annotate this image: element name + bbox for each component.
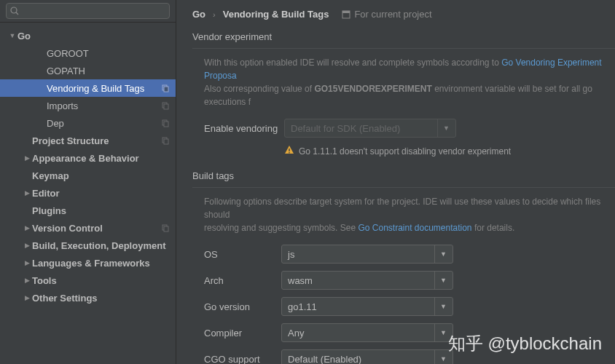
os-row: OS js ▼ [192, 245, 615, 264]
scope-label: For current project [354, 9, 431, 20]
svg-rect-12 [289, 149, 289, 151]
settings-tree: ▼GoGOROOTGOPATHVendoring & Build TagsImp… [0, 23, 176, 311]
breadcrumb-root[interactable]: Go [192, 9, 205, 20]
svg-rect-11 [342, 11, 350, 13]
chevron-right-icon[interactable]: ▶ [22, 189, 32, 197]
copy-icon [161, 119, 170, 127]
gover-label: Go version [204, 301, 281, 312]
enable-vendoring-select[interactable]: Default for SDK (Enabled) ▼ [284, 119, 456, 138]
svg-rect-9 [164, 226, 168, 232]
sidebar-item-editor[interactable]: ▶Editor [0, 184, 176, 202]
copy-icon [161, 84, 170, 92]
compiler-label: Compiler [204, 328, 281, 339]
sidebar-item-label: Keymap [32, 170, 170, 181]
sidebar-item-label: Vendoring & Build Tags [47, 83, 161, 94]
copy-icon [161, 136, 170, 145]
chevron-down-icon: ▼ [434, 272, 447, 289]
sidebar-item-label: Tools [32, 275, 170, 286]
sidebar-item-label: Plugins [32, 205, 170, 216]
search-bar [0, 0, 176, 23]
buildtags-section: Following options describe target system… [192, 187, 615, 364]
sidebar-item-label: Dep [47, 118, 161, 129]
arch-row: Arch wasm ▼ [192, 271, 615, 290]
settings-main-panel: Go › Vendoring & Build Tags For current … [176, 0, 615, 364]
copy-icon [161, 223, 170, 232]
chevron-right-icon[interactable]: ▶ [22, 277, 32, 284]
sidebar-item-dep[interactable]: Dep [0, 114, 176, 132]
sidebar-item-label: Build, Execution, Deployment [32, 240, 170, 251]
sidebar-item-build-execution-deployment[interactable]: ▶Build, Execution, Deployment [0, 237, 176, 254]
chevron-down-icon[interactable]: ▼ [7, 32, 17, 39]
sidebar-item-project-structure[interactable]: Project Structure [0, 132, 176, 149]
chevron-right-icon[interactable]: ▶ [22, 242, 32, 249]
chevron-down-icon: ▼ [434, 298, 447, 315]
arch-label: Arch [204, 275, 281, 286]
sidebar-item-vendoring-build-tags[interactable]: Vendoring & Build Tags [0, 79, 176, 97]
sidebar-item-tools[interactable]: ▶Tools [0, 272, 176, 289]
os-select[interactable]: js ▼ [281, 245, 453, 264]
chevron-down-icon: ▼ [434, 324, 447, 341]
sidebar-item-label: Go [17, 31, 170, 41]
sidebar-item-goroot[interactable]: GOROOT [0, 44, 176, 62]
sidebar-item-appearance-behavior[interactable]: ▶Appearance & Behavior [0, 149, 176, 167]
buildtags-section-title: Build tags [192, 170, 615, 181]
vendor-warning: Go 1.11.1 doesn't support disabling vend… [284, 145, 615, 157]
cgo-row: CGO support Default (Enabled) ▼ [192, 349, 615, 364]
os-label: OS [204, 249, 281, 260]
constraint-doc-link[interactable]: Go Constraint documentation [358, 223, 471, 233]
sidebar-item-label: Project Structure [32, 135, 161, 146]
scope-chip: For current project [342, 9, 431, 20]
buildtags-help-text: Following options describe target system… [192, 195, 615, 234]
chevron-down-icon: ▼ [434, 350, 447, 364]
search-input[interactable] [6, 3, 170, 19]
chevron-down-icon: ▼ [434, 245, 447, 263]
settings-sidebar: ▼GoGOROOTGOPATHVendoring & Build TagsImp… [0, 0, 176, 364]
compiler-select[interactable]: Any ▼ [281, 323, 453, 342]
svg-rect-1 [164, 87, 168, 92]
chevron-right-icon[interactable]: ▶ [22, 154, 32, 162]
chevron-down-icon: ▼ [437, 119, 450, 137]
sidebar-item-languages-frameworks[interactable]: ▶Languages & Frameworks [0, 254, 176, 272]
sidebar-item-label: GOROOT [47, 48, 170, 59]
chevron-right-icon[interactable]: ▶ [22, 224, 32, 232]
sidebar-item-label: Languages & Frameworks [32, 258, 170, 269]
gover-row: Go version go1.11 ▼ [192, 297, 615, 316]
sidebar-item-label: Other Settings [32, 293, 170, 304]
svg-rect-3 [164, 104, 168, 109]
sidebar-item-label: Imports [47, 100, 161, 111]
vendor-help-text: With this option enabled IDE will resolv… [192, 56, 615, 108]
chevron-right-icon: › [213, 10, 216, 19]
warning-icon [284, 145, 294, 157]
sidebar-item-go[interactable]: ▼Go [0, 27, 176, 44]
sidebar-item-other-settings[interactable]: ▶Other Settings [0, 289, 176, 306]
arch-select[interactable]: wasm ▼ [281, 271, 453, 290]
breadcrumb: Go › Vendoring & Build Tags For current … [192, 9, 615, 20]
cgo-label: CGO support [204, 354, 281, 365]
sidebar-item-version-control[interactable]: ▶Version Control [0, 219, 176, 237]
svg-rect-7 [164, 139, 168, 144]
compiler-row: Compiler Any ▼ [192, 323, 615, 342]
enable-vendoring-label: Enable vendoring [204, 123, 284, 134]
sidebar-item-imports[interactable]: Imports [0, 97, 176, 114]
gover-select[interactable]: go1.11 ▼ [281, 297, 453, 316]
vendor-section-title: Vendor experiment [192, 31, 615, 42]
copy-icon [161, 101, 170, 110]
svg-rect-13 [289, 152, 289, 153]
sidebar-item-label: Editor [32, 188, 170, 199]
breadcrumb-current: Vendoring & Build Tags [223, 9, 329, 20]
chevron-right-icon[interactable]: ▶ [22, 294, 32, 301]
project-icon [342, 10, 350, 19]
sidebar-item-label: GOPATH [47, 66, 170, 76]
sidebar-item-label: Appearance & Behavior [32, 153, 170, 164]
sidebar-item-keymap[interactable]: Keymap [0, 167, 176, 184]
svg-rect-5 [164, 122, 168, 127]
sidebar-item-gopath[interactable]: GOPATH [0, 62, 176, 79]
sidebar-item-plugins[interactable]: Plugins [0, 202, 176, 219]
sidebar-item-label: Version Control [32, 223, 161, 234]
vendor-section: With this option enabled IDE will resolv… [192, 48, 615, 157]
enable-vendoring-row: Enable vendoring Default for SDK (Enable… [192, 119, 615, 138]
cgo-select[interactable]: Default (Enabled) ▼ [281, 349, 453, 364]
chevron-right-icon[interactable]: ▶ [22, 259, 32, 266]
